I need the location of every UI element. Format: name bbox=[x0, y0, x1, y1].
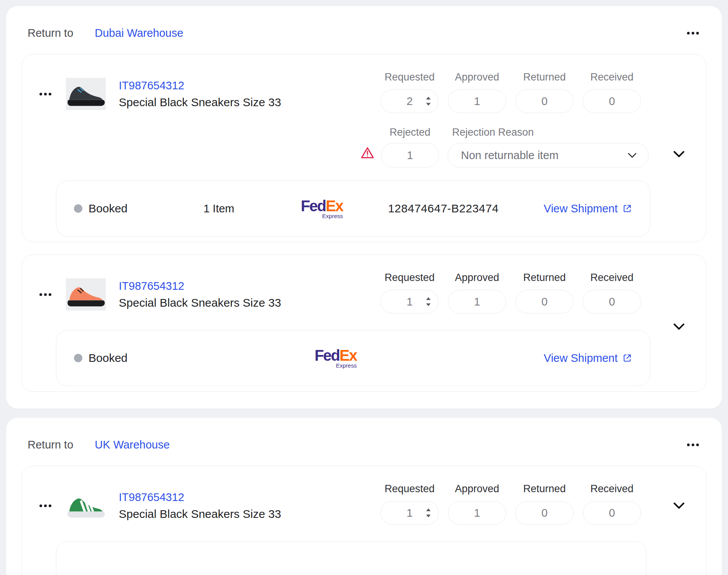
stepper-down-icon bbox=[426, 515, 431, 518]
shipment-bar: Booked 1 Item FedEx Express 128474647-B2… bbox=[56, 181, 650, 237]
returned-input[interactable]: 0 bbox=[515, 290, 574, 314]
approved-input[interactable]: 1 bbox=[448, 290, 506, 314]
field-received: Received 0 bbox=[578, 71, 646, 113]
view-shipment-label: View Shipment bbox=[544, 202, 618, 215]
shipment-bar bbox=[56, 541, 646, 575]
warehouse-link[interactable]: Dubai Warehouse bbox=[95, 27, 183, 39]
item-left-group: IT987654312 Special Black Sneakers Size … bbox=[36, 71, 281, 117]
field-received: Received 0 bbox=[578, 272, 646, 314]
kebab-menu-icon[interactable] bbox=[38, 501, 53, 510]
field-label: Rejection Reason bbox=[448, 127, 649, 138]
sneaker-image bbox=[66, 278, 106, 310]
field-label: Returned bbox=[511, 272, 578, 284]
item-row: IT987654312 Special Black Sneakers Size … bbox=[36, 483, 688, 528]
item-name: Special Black Sneakers Size 33 bbox=[119, 96, 281, 109]
rejection-reason-value: Non returnable item bbox=[461, 149, 559, 162]
stepper-down-icon bbox=[426, 103, 431, 106]
field-approved: Approved 1 bbox=[443, 71, 511, 113]
item-titles: IT987654312 Special Black Sneakers Size … bbox=[119, 491, 281, 521]
view-shipment-label: View Shipment bbox=[544, 352, 618, 365]
item-row: IT987654312 Special Black Sneakers Size … bbox=[36, 71, 688, 117]
approved-value: 1 bbox=[474, 507, 480, 519]
returned-value: 0 bbox=[541, 95, 548, 108]
field-rejected: Rejected 1 bbox=[381, 127, 439, 168]
field-returned: Returned 0 bbox=[511, 483, 578, 525]
warning-icon bbox=[360, 146, 375, 161]
rejection-reason-field: Rejection Reason Non returnable item bbox=[448, 127, 649, 168]
received-value: 0 bbox=[609, 507, 615, 519]
sneaker-image bbox=[66, 490, 106, 522]
product-image bbox=[61, 272, 110, 317]
item-sku-link[interactable]: IT987654312 bbox=[119, 280, 281, 292]
quantity-stepper[interactable] bbox=[426, 97, 431, 106]
approved-value: 1 bbox=[474, 95, 480, 108]
chevron-down-icon[interactable] bbox=[671, 321, 687, 334]
stepper-up-icon bbox=[426, 97, 431, 100]
view-shipment-link[interactable]: View Shipment bbox=[544, 202, 632, 215]
view-shipment-link[interactable]: View Shipment bbox=[544, 352, 632, 365]
return-item-card: IT987654312 Special Black Sneakers Size … bbox=[21, 466, 707, 575]
quantity-stepper[interactable] bbox=[426, 297, 431, 306]
returns-page: Return to Dubai Warehouse bbox=[0, 0, 728, 575]
returned-input[interactable]: 0 bbox=[515, 89, 574, 113]
fedex-logo-fed: Fed bbox=[301, 197, 326, 214]
return-item-card: IT987654312 Special Black Sneakers Size … bbox=[21, 255, 707, 392]
field-approved: Approved 1 bbox=[443, 483, 511, 525]
fedex-logo-ex: Ex bbox=[339, 347, 357, 364]
requested-input[interactable]: 1 bbox=[380, 501, 439, 525]
received-input[interactable]: 0 bbox=[583, 501, 641, 525]
field-returned: Returned 0 bbox=[511, 272, 578, 314]
approved-input[interactable]: 1 bbox=[448, 89, 506, 113]
field-label: Received bbox=[578, 483, 646, 495]
sneaker-image bbox=[66, 78, 106, 110]
kebab-menu-icon[interactable] bbox=[38, 90, 53, 99]
external-link-icon bbox=[622, 353, 632, 363]
return-to-label: Return to bbox=[28, 27, 73, 39]
field-requested: Requested 1 bbox=[376, 272, 443, 314]
chevron-down-icon[interactable] bbox=[671, 500, 687, 513]
product-image bbox=[61, 71, 110, 117]
received-input[interactable]: 0 bbox=[583, 89, 641, 113]
rejected-input[interactable]: 1 bbox=[381, 143, 439, 168]
return-item-card: IT987654312 Special Black Sneakers Size … bbox=[21, 54, 707, 242]
section-header: Return to UK Warehouse bbox=[21, 439, 707, 451]
chevron-down-icon[interactable] bbox=[671, 148, 687, 162]
requested-input[interactable]: 1 bbox=[380, 290, 439, 314]
kebab-menu-icon[interactable] bbox=[685, 29, 700, 38]
rejection-row: Rejected 1 Rejection Reason Non returnab… bbox=[36, 127, 649, 168]
item-left-group: IT987654312 Special Black Sneakers Size … bbox=[36, 483, 281, 528]
requested-input[interactable]: 2 bbox=[380, 89, 439, 113]
shipment-bar: Booked FedEx Express View Shipment bbox=[56, 330, 650, 386]
field-label: Returned bbox=[511, 71, 578, 83]
stepper-up-icon bbox=[426, 297, 431, 300]
return-to-label: Return to bbox=[28, 439, 73, 451]
warehouse-link[interactable]: UK Warehouse bbox=[95, 439, 170, 451]
approved-input[interactable]: 1 bbox=[448, 501, 506, 525]
returned-input[interactable]: 0 bbox=[515, 501, 574, 525]
received-input[interactable]: 0 bbox=[583, 290, 641, 314]
item-titles: IT987654312 Special Black Sneakers Size … bbox=[119, 79, 281, 109]
tracking-number: 128474647-B223474 bbox=[388, 202, 499, 215]
item-sku-link[interactable]: IT987654312 bbox=[119, 491, 281, 504]
rejection-reason-select[interactable]: Non returnable item bbox=[448, 143, 649, 168]
field-label: Approved bbox=[443, 71, 511, 83]
shipment-status-label: Booked bbox=[89, 202, 128, 215]
fedex-logo: FedEx Express bbox=[315, 348, 357, 368]
kebab-menu-icon[interactable] bbox=[685, 440, 700, 449]
shipment-items-count: 1 Item bbox=[203, 202, 234, 215]
field-label: Approved bbox=[443, 483, 511, 495]
requested-value: 1 bbox=[407, 296, 413, 308]
item-name: Special Black Sneakers Size 33 bbox=[119, 296, 281, 309]
field-approved: Approved 1 bbox=[443, 272, 511, 314]
field-received: Received 0 bbox=[578, 483, 646, 525]
stepper-up-icon bbox=[426, 509, 431, 511]
quantity-stepper[interactable] bbox=[426, 509, 431, 518]
fedex-logo-ex: Ex bbox=[326, 197, 343, 214]
shipment-status: Booked bbox=[74, 202, 128, 215]
field-label: Rejected bbox=[381, 127, 439, 138]
item-sku-link[interactable]: IT987654312 bbox=[119, 79, 281, 92]
fedex-logo-fed: Fed bbox=[315, 347, 339, 364]
field-requested: Requested 1 bbox=[376, 483, 443, 525]
field-returned: Returned 0 bbox=[511, 71, 578, 113]
kebab-menu-icon[interactable] bbox=[38, 290, 53, 299]
